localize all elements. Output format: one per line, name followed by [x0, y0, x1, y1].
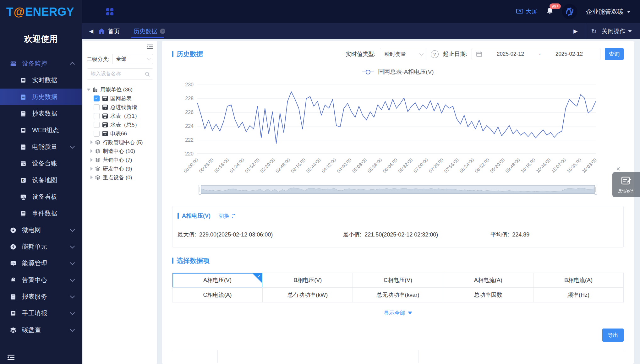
tree-group-row-0[interactable]: 行政管理中心 (5): [87, 138, 153, 147]
chevron-down-icon: [419, 52, 424, 56]
device-label: 国网总表: [110, 95, 132, 102]
notification-bell-button[interactable]: 99+: [546, 7, 553, 16]
data-item-cell-4[interactable]: B相电流(A)✓: [533, 273, 624, 288]
water-meter-icon: [102, 113, 108, 119]
device-label: 水表（总5）: [110, 121, 140, 128]
data-item-cell-6[interactable]: 总有功功率(kW)✓: [263, 288, 353, 302]
svg-text:226: 226: [185, 110, 194, 115]
sidebar-item-12[interactable]: 能源管理: [0, 255, 82, 272]
big-screen-button[interactable]: 大屏: [516, 8, 538, 16]
sidebar-item-label: 微电网: [22, 226, 41, 234]
tree-device-row-1[interactable]: 总进线新增: [87, 103, 153, 111]
sidebar-item-9[interactable]: 事件数据: [0, 205, 82, 222]
sidebar-item-1[interactable]: 实时数据: [0, 72, 82, 89]
data-item-cell-3[interactable]: A相电流(A)✓: [443, 273, 533, 288]
device-checkbox[interactable]: ✓: [94, 95, 100, 101]
close-operations-dropdown[interactable]: 关闭操作: [602, 27, 632, 35]
device-checkbox[interactable]: [94, 104, 100, 110]
devices-icon: [9, 60, 17, 68]
tab-label: 历史数据: [134, 27, 157, 35]
tree-device-row-4[interactable]: 电表66: [87, 129, 153, 138]
svg-text:02:48:00: 02:48:00: [274, 157, 291, 174]
sidebar-item-2[interactable]: 历史数据: [0, 89, 82, 105]
data-item-cell-1[interactable]: B相电压(V)✓: [263, 273, 353, 288]
sidebar-item-15[interactable]: 手工填报: [0, 305, 82, 322]
data-item-cell-5[interactable]: C相电流(A)✓: [172, 288, 263, 302]
tab-close-icon[interactable]: ✕: [160, 29, 165, 34]
data-item-cell-7[interactable]: 总无功功率(kvar)✓: [353, 288, 443, 302]
data-item-cell-0[interactable]: A相电压(V)✓: [172, 273, 263, 288]
sidebar-menu: 设备监控实时数据历史数据抄表数据WEB组态电能质量设备台账D设备地图设备看板事件…: [0, 55, 82, 338]
caret-right-icon: [90, 158, 93, 162]
sidebar-item-10[interactable]: 微电网: [0, 222, 82, 238]
device-tree: 用能单位 (36)✓ 国网总表 总进线新增 水表（总1） 水表（总5） 电表66…: [87, 85, 153, 182]
avatar[interactable]: [562, 4, 577, 19]
sidebar-item-3[interactable]: 抄表数据: [0, 105, 82, 122]
group-label: 行政管理中心 (5): [103, 139, 143, 146]
tree-group-row-3[interactable]: 研发中心 (9): [87, 164, 153, 173]
tree-group-row-2[interactable]: 营销中心 (7): [87, 155, 153, 164]
tree-root-node[interactable]: 用能单位 (36): [87, 85, 153, 94]
feedback-close-icon[interactable]: ✕: [616, 166, 621, 172]
tabs-back-arrow[interactable]: ◀: [89, 28, 93, 35]
app-grid-icon[interactable]: [106, 8, 113, 15]
date-separator: -: [539, 51, 541, 57]
sidebar-item-11[interactable]: 能耗单元: [0, 238, 82, 255]
panel-collapse-icon[interactable]: [146, 44, 153, 51]
device-search-input[interactable]: 输入设备名称: [87, 68, 153, 79]
tree-device-row-2[interactable]: 水表（总1）: [87, 111, 153, 120]
sidebar-item-16[interactable]: 碳盘查: [0, 322, 82, 338]
sidebar-item-6[interactable]: 设备台账: [0, 155, 82, 172]
export-button[interactable]: 导出: [602, 329, 624, 342]
realtime-type-select[interactable]: 瞬时变量: [380, 48, 426, 60]
feedback-label: 反馈咨询: [614, 188, 639, 194]
device-label: 水表（总1）: [110, 112, 140, 120]
chevron-down-icon: [70, 327, 75, 332]
refresh-icon[interactable]: ↻: [591, 28, 597, 35]
data-item-cell-2[interactable]: C相电压(V)✓: [353, 273, 443, 288]
datazoom-slider[interactable]: [199, 185, 597, 195]
org-switcher[interactable]: 企业能管双碳: [586, 8, 631, 16]
sidebar-item-13[interactable]: 告警中心: [0, 272, 82, 288]
switch-metric-link[interactable]: 切换: [219, 212, 236, 220]
datazoom-slider-wrap: [199, 185, 624, 197]
tree-device-row-0[interactable]: ✓ 国网总表: [87, 94, 153, 103]
chart-legend[interactable]: 国网总表-A相电压(V): [172, 68, 624, 76]
data-item-cell-9[interactable]: 频率(Hz)✓: [533, 288, 624, 302]
tabs-forward-arrow[interactable]: ▶: [573, 28, 577, 35]
show-all-link[interactable]: 显示全部: [172, 309, 624, 317]
tree-group-row-1[interactable]: 制造中心 (10): [87, 147, 153, 155]
device-label: 总进线新增: [110, 104, 137, 111]
app-root: T@ENERGY 欢迎使用 设备监控实时数据历史数据抄表数据WEB组态电能质量设…: [0, 0, 640, 364]
svg-text:02:20:00: 02:20:00: [259, 157, 276, 174]
feedback-widget[interactable]: 反馈咨询: [612, 172, 640, 197]
sidebar-item-0[interactable]: 设备监控: [0, 55, 82, 72]
date-range-picker[interactable]: 2025-02-12 - 2025-02-12: [472, 48, 600, 60]
help-icon[interactable]: ?: [431, 50, 439, 58]
data-item-label: C相电流(A): [203, 291, 232, 299]
realtime-type-value: 瞬时变量: [385, 51, 406, 58]
category-select[interactable]: 全部: [112, 54, 153, 64]
sidebar-item-8[interactable]: 设备看板: [0, 188, 82, 205]
bolt-icon: [9, 243, 17, 251]
device-checkbox[interactable]: [94, 131, 100, 137]
sidebar-collapse-icon[interactable]: [7, 354, 15, 361]
tree-group-row-4[interactable]: 重点设备 (0): [87, 173, 153, 182]
svg-text:06:04:00: 06:04:00: [382, 157, 398, 174]
query-button[interactable]: 查询: [605, 48, 624, 60]
sidebar-item-14[interactable]: 报表服务: [0, 288, 82, 305]
tree-device-row-3[interactable]: 水表（总5）: [87, 120, 153, 129]
home-tab[interactable]: 首页: [98, 27, 120, 35]
device-checkbox[interactable]: [94, 122, 100, 128]
device-checkbox[interactable]: [94, 113, 100, 119]
tab-history-data[interactable]: 历史数据 ✕: [130, 23, 168, 39]
layers-icon: [95, 157, 101, 163]
logo-text-rest: ENERGY: [25, 5, 74, 19]
result-table-partial: [172, 350, 624, 363]
sidebar-item-4[interactable]: WEB组态: [0, 122, 82, 139]
sidebar-item-7[interactable]: D设备地图: [0, 172, 82, 188]
data-item-cell-8[interactable]: 总功率因数✓: [443, 288, 533, 302]
sidebar-item-5[interactable]: 电能质量: [0, 139, 82, 155]
data-item-label: 频率(Hz): [567, 291, 589, 299]
electric-meter-icon: [102, 104, 108, 110]
